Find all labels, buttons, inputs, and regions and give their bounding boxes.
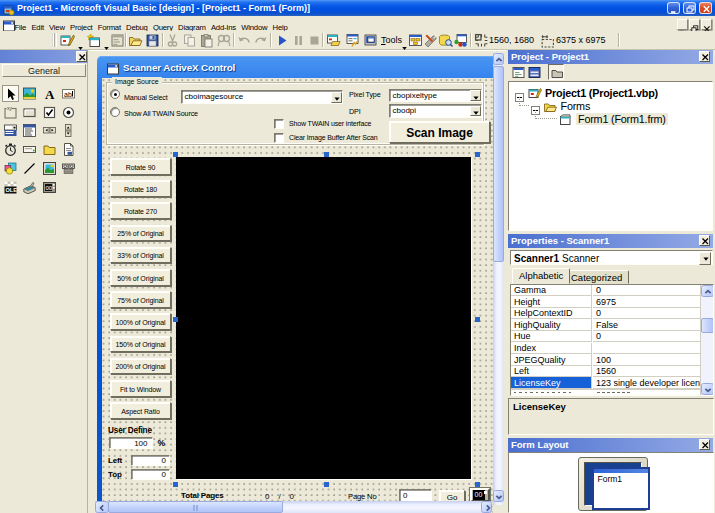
tool-label-icon[interactable]: A [41, 85, 58, 102]
propgrid-up-icon[interactable] [701, 285, 714, 297]
object-combobox[interactable]: Scanner1Scanner [510, 250, 713, 265]
clear-buffer-checkbox[interactable] [274, 133, 284, 143]
vscroll-up-icon[interactable] [493, 53, 505, 65]
object-browser-button[interactable] [408, 33, 423, 48]
tool-leddisplay-icon[interactable]: 00 [41, 179, 58, 196]
toolbox-button[interactable] [423, 33, 438, 48]
image-viewer-control[interactable] [176, 157, 471, 479]
horizontal-scrollbar[interactable] [95, 501, 492, 513]
dpi-combo-dropdown-icon[interactable] [470, 106, 481, 117]
open-button[interactable] [128, 33, 143, 48]
tool-textbox-icon[interactable]: ab [60, 85, 77, 102]
propgrid-down-icon[interactable] [701, 383, 714, 395]
selection-handle[interactable] [324, 152, 329, 157]
tool-line-icon[interactable] [21, 160, 38, 177]
side-button-aspect-ratio[interactable]: Aspect Ratio [110, 402, 171, 419]
tool-dirlistbox-icon[interactable] [41, 141, 58, 158]
tool-optionbutton-icon[interactable] [60, 104, 77, 121]
side-button-25-of-original[interactable]: 25% of Original [110, 225, 171, 242]
toolbox-close-icon[interactable] [76, 51, 87, 62]
side-button-fit-to-window[interactable]: Fit to Window [110, 380, 171, 397]
tree-item-forms[interactable]: Forms [561, 100, 591, 112]
add-form-button[interactable] [86, 33, 101, 48]
side-button-rotate-180[interactable]: Rotate 180 [110, 180, 171, 197]
copy-button[interactable] [182, 33, 197, 48]
pixel-type-combo[interactable]: cbopixeltype [389, 89, 482, 103]
tool-shape-icon[interactable] [2, 160, 19, 177]
selection-handle[interactable] [173, 152, 178, 157]
end-button[interactable] [307, 33, 322, 48]
side-button-75-of-original[interactable]: 75% of Original [110, 291, 171, 308]
property-row-highquality[interactable]: HighQualityFalse [511, 319, 700, 331]
save-button[interactable] [145, 33, 160, 48]
tool-listbox-icon[interactable] [21, 122, 38, 139]
top-input[interactable]: 0 [131, 469, 170, 481]
tool-drivelistbox-icon[interactable] [21, 141, 38, 158]
selection-handle[interactable] [475, 482, 480, 487]
close-button[interactable] [699, 2, 712, 14]
pixel-type-combo-dropdown-icon[interactable] [470, 90, 481, 101]
toolbox-titlebar[interactable] [0, 50, 88, 63]
tool-commandbutton-icon[interactable] [21, 104, 38, 121]
cut-button[interactable] [165, 33, 180, 48]
properties-close-icon[interactable] [699, 235, 710, 246]
scan-image-button[interactable]: Scan Image [389, 121, 490, 143]
selection-handle[interactable] [173, 317, 178, 322]
selection-handle[interactable] [324, 482, 329, 487]
tool-combobox-icon[interactable] [2, 122, 19, 139]
selection-handle[interactable] [475, 317, 480, 322]
properties-panel-titlebar[interactable]: Properties - Scanner1 [508, 234, 713, 248]
dpi-combo[interactable]: cbodpi [389, 104, 482, 118]
tree-expander-icon[interactable] [515, 88, 524, 97]
form-design-surface[interactable]: Image SourceManual SelectShow All TWAIN … [102, 78, 493, 513]
hscroll-right-icon[interactable] [481, 501, 492, 513]
user-define-input[interactable]: 100 [109, 437, 153, 450]
toolbox-tab-general[interactable]: General [2, 64, 86, 77]
property-grid-scrollbar[interactable] [700, 285, 714, 396]
property-row-left[interactable]: Left1560 [511, 366, 700, 378]
menu-editor-button[interactable] [110, 33, 125, 48]
hscroll-left-icon[interactable] [95, 501, 109, 513]
tool-pointer-icon[interactable] [2, 85, 19, 102]
formlayout-panel-titlebar[interactable]: Form Layout [508, 438, 713, 452]
tools-menu-button[interactable]: Tools [381, 35, 402, 45]
form-layout-button[interactable] [363, 33, 378, 48]
object-combo-dropdown-icon[interactable] [699, 252, 711, 265]
start-button[interactable] [275, 33, 290, 48]
manual-select-radio[interactable] [110, 89, 120, 99]
propgrid-thumb[interactable] [701, 318, 714, 333]
side-button-150-of-original[interactable]: 150% of Original [110, 336, 171, 353]
property-row-hue[interactable]: Hue0 [511, 331, 700, 343]
vscroll-down-icon[interactable] [493, 490, 505, 502]
view-object-button[interactable] [528, 65, 542, 79]
toggle-folders-button[interactable] [548, 64, 564, 80]
led-display-control[interactable]: 00 [470, 488, 490, 503]
find-button[interactable] [216, 33, 231, 48]
hscroll-thumb[interactable] [108, 501, 283, 513]
mdi-close-button[interactable] [701, 19, 712, 30]
show-all-twain-radio[interactable] [110, 107, 120, 117]
tool-vscrollbar-icon[interactable] [60, 122, 77, 139]
minimize-button[interactable] [667, 2, 680, 14]
size-button[interactable] [540, 33, 555, 48]
position-button[interactable] [474, 33, 489, 48]
property-row-licensekey[interactable]: LicenseKey123 single developer license [511, 377, 700, 389]
tool-hscrollbar-icon[interactable] [41, 122, 58, 139]
left-input[interactable]: 0 [131, 455, 170, 467]
paste-button[interactable] [199, 33, 214, 48]
tree-item-form1[interactable]: Form1 (Form1.frm) [576, 113, 668, 125]
redo-button[interactable] [253, 33, 268, 48]
form-window-icon[interactable] [107, 61, 120, 74]
undo-button[interactable] [237, 33, 252, 48]
project-panel-titlebar[interactable]: Project - Project1 [508, 50, 713, 64]
show-twain-ui-checkbox[interactable] [274, 119, 284, 129]
tool-timer-icon[interactable] [2, 141, 19, 158]
add-project-button[interactable] [60, 33, 75, 48]
tool-frame-icon[interactable]: xy [2, 104, 19, 121]
side-button-100-of-original[interactable]: 100% of Original [110, 313, 171, 330]
view-code-button[interactable] [512, 65, 526, 79]
property-row-helpcontextid[interactable]: HelpContextID0 [511, 308, 700, 320]
tool-ole-icon[interactable]: OLE [2, 179, 19, 196]
side-button-50-of-original[interactable]: 50% of Original [110, 269, 171, 286]
vscroll-thumb[interactable] [493, 66, 505, 262]
